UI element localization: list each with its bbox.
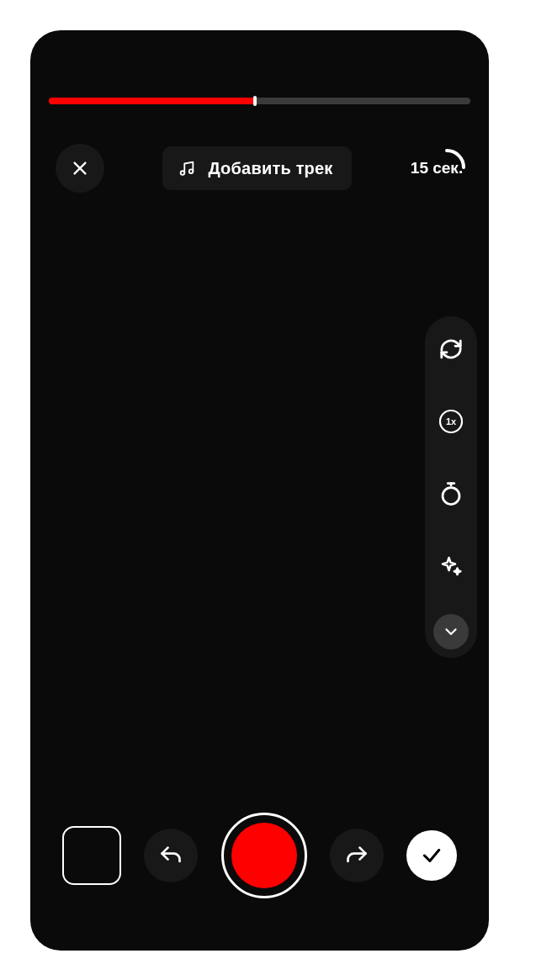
check-icon bbox=[421, 845, 443, 866]
top-center: Добавить трек bbox=[104, 146, 410, 190]
confirm-button[interactable] bbox=[406, 830, 457, 881]
switch-camera-button[interactable] bbox=[435, 333, 467, 365]
timer-icon bbox=[438, 481, 464, 506]
progress-track[interactable] bbox=[49, 98, 470, 104]
duration-label: 15 сек. bbox=[411, 159, 463, 177]
progress-fill bbox=[49, 98, 255, 104]
undo-button[interactable] bbox=[144, 829, 198, 882]
switch-camera-icon bbox=[438, 336, 464, 362]
record-button[interactable] bbox=[221, 813, 307, 898]
redo-button[interactable] bbox=[330, 829, 384, 882]
svg-text:1x: 1x bbox=[446, 416, 457, 426]
close-icon bbox=[71, 159, 89, 177]
chevron-down-icon bbox=[442, 622, 460, 641]
svg-point-3 bbox=[189, 169, 194, 173]
svg-point-6 bbox=[443, 488, 459, 505]
close-button[interactable] bbox=[56, 144, 104, 193]
music-icon bbox=[178, 159, 196, 177]
progress-marker bbox=[253, 96, 257, 106]
bottom-controls bbox=[62, 815, 457, 896]
side-toolbar: 1x bbox=[425, 316, 477, 658]
svg-point-2 bbox=[181, 171, 185, 175]
record-indicator bbox=[231, 823, 297, 888]
timer-button[interactable] bbox=[435, 478, 467, 510]
top-controls: Добавить трек 15 сек. bbox=[56, 144, 464, 193]
sparkle-icon bbox=[438, 554, 464, 579]
duration-button[interactable]: 15 сек. bbox=[410, 144, 464, 193]
stop-button[interactable] bbox=[62, 826, 121, 885]
speed-button[interactable]: 1x bbox=[435, 405, 467, 437]
effects-button[interactable] bbox=[435, 550, 467, 582]
add-track-button[interactable]: Добавить трек bbox=[162, 146, 351, 190]
redo-icon bbox=[345, 844, 369, 867]
add-track-label: Добавить трек bbox=[208, 159, 332, 178]
undo-icon bbox=[159, 844, 183, 867]
speed-icon: 1x bbox=[438, 409, 464, 434]
camera-screen: Добавить трек 15 сек. 1x bbox=[30, 30, 489, 951]
expand-toolbar-button[interactable] bbox=[433, 614, 469, 649]
